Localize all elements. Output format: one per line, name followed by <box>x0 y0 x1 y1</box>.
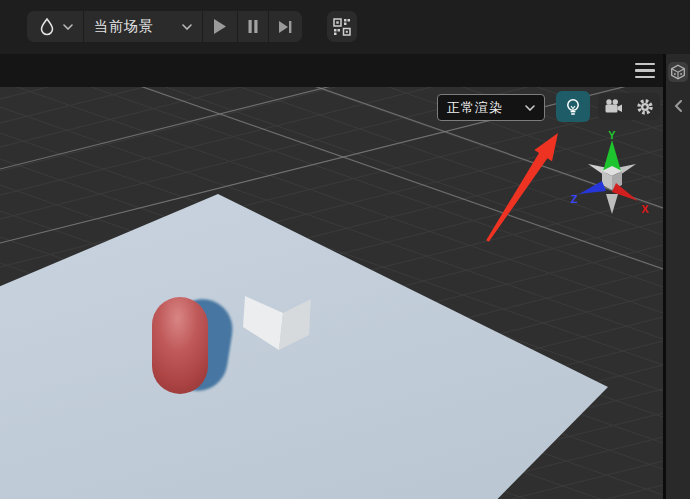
cube-icon <box>670 64 686 80</box>
settings-button[interactable] <box>631 93 659 120</box>
chevron-down-icon <box>525 105 535 111</box>
pause-icon <box>248 20 258 33</box>
play-icon <box>213 19 227 34</box>
chevron-left-icon <box>674 100 683 112</box>
editor-window: 当前场景 <box>0 0 690 499</box>
gear-icon <box>635 97 655 117</box>
lighting-toggle-button[interactable] <box>556 91 590 122</box>
pause-button[interactable] <box>238 11 268 42</box>
engine-target-dropdown[interactable] <box>27 11 83 42</box>
chevron-down-icon <box>182 24 192 30</box>
chevron-down-icon <box>63 24 73 30</box>
rail-panel-button[interactable] <box>668 62 688 82</box>
scene-controls-group: 当前场景 <box>27 11 302 42</box>
play-button[interactable] <box>203 11 237 42</box>
gizmo-neg-axis-cone <box>606 194 618 214</box>
lightbulb-icon <box>563 97 583 117</box>
preview-device-button[interactable] <box>327 11 357 42</box>
orientation-gizmo[interactable]: Y Z X <box>566 130 661 225</box>
gizmo-x-label: X <box>641 203 649 215</box>
gizmo-z-label: Z <box>571 193 578 205</box>
collapse-panel-button[interactable] <box>671 98 685 114</box>
scene-selector-label: 当前场景 <box>94 18 154 36</box>
scene-selector-dropdown[interactable]: 当前场景 <box>84 11 202 42</box>
gizmo-z-axis-cone <box>579 181 606 194</box>
render-mode-label: 正常渲染 <box>447 99 503 117</box>
scene-viewport[interactable]: 正常渲染 <box>0 87 663 499</box>
video-camera-icon <box>603 97 624 117</box>
scene-canvas <box>0 87 663 499</box>
gizmo-y-label: Y <box>608 130 616 141</box>
ground-plane <box>0 194 608 499</box>
main-toolbar: 当前场景 <box>0 0 690 54</box>
step-button[interactable] <box>269 11 302 42</box>
droplet-icon <box>37 17 57 37</box>
capsule-object <box>152 297 208 394</box>
step-forward-icon <box>279 20 292 34</box>
camera-button[interactable] <box>600 93 628 120</box>
viewport-tools-group <box>598 93 660 120</box>
scene-panel-header <box>0 54 663 88</box>
hamburger-menu-icon <box>635 63 655 65</box>
qr-code-icon <box>333 18 351 36</box>
panel-menu-button[interactable] <box>635 63 655 78</box>
right-rail <box>666 54 690 499</box>
render-mode-dropdown[interactable]: 正常渲染 <box>437 94 545 121</box>
